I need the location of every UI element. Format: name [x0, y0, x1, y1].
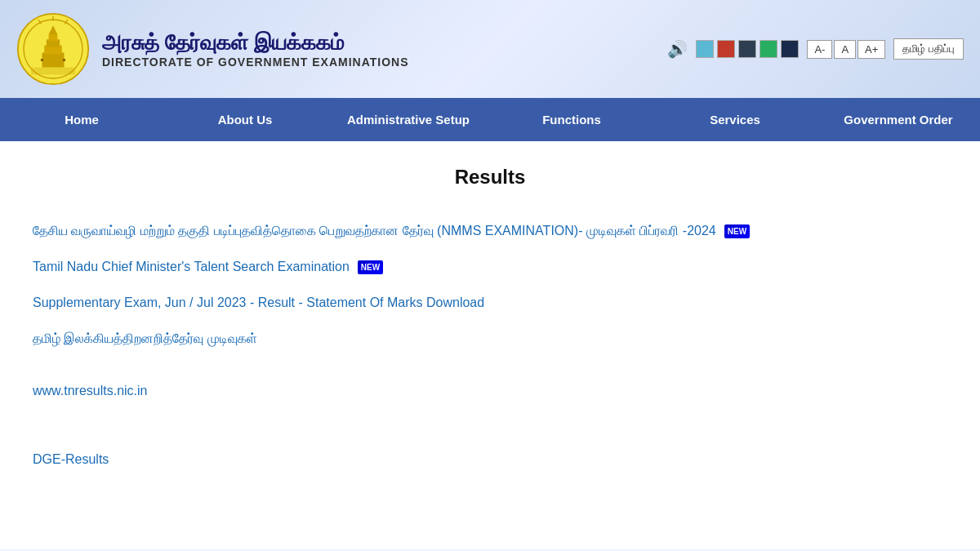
- header-controls: 🔊 A- A A+ தமிழ் பதிப்பு: [667, 38, 964, 60]
- new-badge-nmms: NEW: [724, 224, 750, 238]
- darkblue-swatch[interactable]: [781, 40, 799, 58]
- svg-rect-5: [49, 34, 58, 41]
- site-header: அரசுத் தேர்வுகள் இயக்ககம் DIRECTORATE OF…: [0, 0, 980, 98]
- font-normal-button[interactable]: A: [834, 40, 856, 59]
- spacer-2: [33, 409, 947, 442]
- result-item-dge: DGE-Results: [33, 442, 947, 478]
- nav-services[interactable]: Services: [653, 98, 817, 141]
- result-link-nmms-text: தேசிய வருவாய்வழி மற்றும் தகுதி படிப்புதவ…: [33, 221, 716, 241]
- spacer-1: [33, 357, 947, 373]
- result-item-talent: Tamil Nadu Chief Minister's Talent Searc…: [33, 249, 947, 285]
- result-link-dge[interactable]: DGE-Results: [33, 442, 109, 478]
- title-english: DIRECTORATE OF GOVERNMENT EXAMINATIONS: [102, 56, 409, 69]
- svg-rect-2: [42, 53, 65, 68]
- title-tamil: அரசுத் தேர்வுகள் இயக்ககம்: [102, 30, 409, 56]
- main-navbar: Home About Us Administrative Setup Funct…: [0, 98, 980, 141]
- result-link-supplementary-text: Supplementary Exam, Jun / Jul 2023 - Res…: [33, 293, 484, 313]
- font-decrease-button[interactable]: A-: [807, 40, 832, 59]
- result-item-tamil-lit: தமிழ் இலக்கியத்திறனறித்தேர்வு முடிவுகள்: [33, 321, 947, 357]
- svg-point-7: [41, 59, 44, 62]
- font-size-controls: A- A A+: [807, 40, 885, 59]
- result-link-supplementary[interactable]: Supplementary Exam, Jun / Jul 2023 - Res…: [33, 285, 484, 321]
- nav-admin[interactable]: Administrative Setup: [327, 98, 490, 141]
- result-item-supplementary: Supplementary Exam, Jun / Jul 2023 - Res…: [33, 285, 947, 321]
- result-link-talent[interactable]: Tamil Nadu Chief Minister's Talent Searc…: [33, 249, 383, 285]
- font-increase-button[interactable]: A+: [858, 40, 885, 59]
- site-logo: [16, 12, 90, 86]
- result-link-tnresults-text: www.tnresults.nic.in: [33, 381, 148, 401]
- main-content: Results தேசிய வருவாய்வழி மற்றும் தகுதி ப…: [0, 141, 980, 549]
- results-list: தேசிய வருவாய்வழி மற்றும் தகுதி படிப்புதவ…: [33, 213, 947, 478]
- svg-rect-9: [31, 68, 75, 75]
- nav-about[interactable]: About Us: [163, 98, 327, 141]
- language-button[interactable]: தமிழ் பதிப்பு: [893, 38, 964, 60]
- dark-swatch[interactable]: [738, 40, 756, 58]
- nav-functions[interactable]: Functions: [490, 98, 653, 141]
- result-item-tnresults: www.tnresults.nic.in: [33, 373, 947, 409]
- red-swatch[interactable]: [717, 40, 735, 58]
- result-link-talent-text: Tamil Nadu Chief Minister's Talent Searc…: [33, 257, 350, 277]
- header-title-block: அரசுத் தேர்வுகள் இயக்ககம் DIRECTORATE OF…: [102, 30, 409, 69]
- green-swatch[interactable]: [760, 40, 777, 58]
- result-link-tamil-lit[interactable]: தமிழ் இலக்கியத்திறனறித்தேர்வு முடிவுகள்: [33, 321, 257, 357]
- result-link-nmms[interactable]: தேசிய வருவாய்வழி மற்றும் தகுதி படிப்புதவ…: [33, 213, 750, 249]
- svg-point-8: [63, 59, 66, 62]
- cyan-swatch[interactable]: [696, 40, 714, 58]
- page-title: Results: [33, 158, 947, 189]
- nav-home[interactable]: Home: [0, 98, 163, 141]
- result-link-tnresults[interactable]: www.tnresults.nic.in: [33, 373, 148, 409]
- nav-govt-order[interactable]: Government Order: [817, 98, 980, 141]
- result-link-dge-text: DGE-Results: [33, 450, 109, 469]
- result-item-nmms: தேசிய வருவாய்வழி மற்றும் தகுதி படிப்புதவ…: [33, 213, 947, 249]
- header-left: அரசுத் தேர்வுகள் இயக்ககம் DIRECTORATE OF…: [16, 12, 409, 86]
- speaker-icon[interactable]: 🔊: [667, 39, 688, 59]
- new-badge-talent: NEW: [358, 260, 383, 274]
- color-swatches: [696, 40, 799, 58]
- result-link-tamil-lit-text: தமிழ் இலக்கியத்திறனறித்தேர்வு முடிவுகள்: [33, 329, 257, 349]
